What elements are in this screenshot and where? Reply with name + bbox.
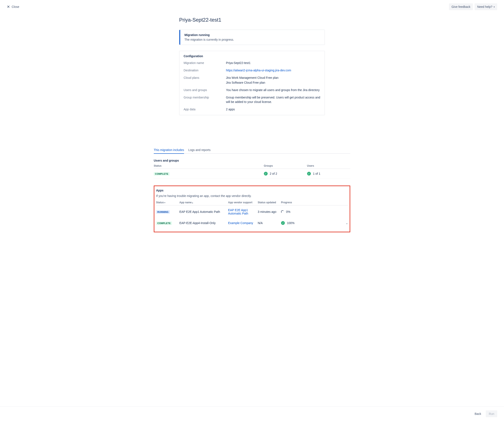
status-badge: RUNNING — [156, 210, 170, 214]
ug-header-groups: Groups — [264, 164, 307, 167]
table-row: COMPLETE ✓ 2 of 2 ✓ 1 of 1 — [154, 169, 350, 179]
apps-header-app-name[interactable]: App name — [179, 201, 192, 204]
apps-header-vendor[interactable]: App vendor support — [228, 201, 258, 204]
config-label-group-membership: Group membership — [184, 95, 226, 104]
groups-value: 2 of 2 — [270, 172, 277, 175]
config-value-group-membership: Group membership will be preserved. User… — [226, 95, 320, 104]
need-help-button[interactable]: Need help? ▾ — [474, 3, 497, 10]
apps-hint: If you're having trouble migrating an ap… — [156, 194, 348, 198]
info-panel-title: Migration running — [185, 33, 234, 37]
status-updated: N/A — [258, 221, 281, 225]
apps-header-updated[interactable]: Status updated — [258, 201, 281, 204]
table-row: COMPLETE EAP-E2E-App4-Install-Only Examp… — [156, 218, 348, 228]
page-title: Priya-Sept22-test1 — [179, 17, 325, 23]
progress-value: 0% — [286, 210, 290, 213]
apps-header-progress[interactable]: Progress — [281, 201, 342, 204]
users-groups-title: Users and groups — [154, 159, 350, 162]
config-label-users-groups: Users and groups — [184, 88, 226, 92]
config-label-destination: Destination — [184, 68, 226, 73]
tabs: This migration includes Logs and reports — [154, 147, 350, 154]
chevron-down-icon: ▾ — [494, 6, 495, 8]
tab-this-migration[interactable]: This migration includes — [154, 147, 184, 154]
progress-value: 100% — [287, 221, 294, 225]
check-circle-icon: ✓ — [281, 221, 285, 225]
config-value-app-data: 2 apps — [226, 107, 235, 112]
config-title: Configuration — [184, 54, 320, 58]
spinner-icon — [281, 210, 284, 213]
config-value-cloud-plans-2: Jira Software Cloud Free plan — [226, 80, 278, 85]
give-feedback-button[interactable]: Give feedback — [449, 3, 473, 10]
status-badge: COMPLETE — [156, 222, 172, 225]
sort-icon: ▾ — [164, 202, 165, 204]
ug-header-status: Status — [154, 164, 264, 167]
apps-highlight-box: Apps If you're having trouble migrating … — [154, 186, 350, 232]
config-value-users-groups: You have chosen to migrate all users and… — [226, 88, 319, 92]
info-panel-desc: The migration is currently in progress. — [185, 38, 234, 41]
config-value-migration-name: Priya-Sept22-test1 — [226, 61, 251, 65]
app-name: EAP-E2E-App4-Install-Only — [179, 221, 228, 225]
check-circle-icon: ✓ — [264, 172, 268, 175]
check-circle-icon: ✓ — [307, 172, 311, 175]
destination-link[interactable]: https://atiwari2-jcma-alpha-ui-staging.j… — [226, 69, 291, 72]
vendor-link[interactable]: Example Company — [228, 221, 253, 225]
config-label-cloud-plans: Cloud plans — [184, 76, 226, 85]
apps-header-status[interactable]: Status — [156, 201, 164, 204]
users-value: 1 of 1 — [313, 172, 320, 175]
ug-header-users: Users — [307, 164, 350, 167]
tab-logs-reports[interactable]: Logs and reports — [188, 147, 210, 154]
app-name: EAP E2E App1 Automatic Path — [179, 210, 228, 213]
status-badge: COMPLETE — [154, 172, 170, 175]
table-row: RUNNING EAP E2E App1 Automatic Path EAP … — [156, 205, 348, 218]
vendor-link[interactable]: EAP E2E App1 Automatic Path — [228, 208, 248, 215]
sort-icon: ▴ — [192, 202, 193, 204]
close-button[interactable]: ✕ Close — [7, 5, 19, 9]
apps-title: Apps — [156, 189, 348, 192]
config-label-app-data: App data — [184, 107, 226, 112]
status-updated: 3 minutes ago — [258, 210, 281, 213]
config-label-migration-name: Migration name — [184, 61, 226, 65]
config-value-cloud-plans-1: Jira Work Management Cloud Free plan — [226, 76, 278, 80]
configuration-panel: Configuration Migration name Priya-Sept2… — [179, 51, 325, 115]
migration-status-panel: Migration running The migration is curre… — [179, 30, 325, 45]
close-label: Close — [12, 5, 19, 8]
close-icon: ✕ — [7, 5, 10, 9]
users-groups-table: Status Groups Users COMPLETE ✓ 2 of 2 ✓ … — [154, 164, 350, 179]
expand-row-button[interactable]: ⌄ — [346, 222, 348, 225]
